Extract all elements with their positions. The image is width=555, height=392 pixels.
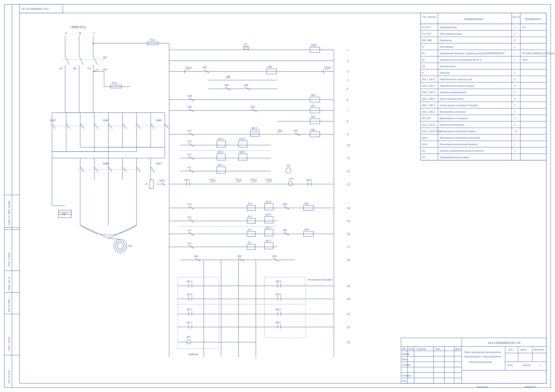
svg-text:Кол-
во: Кол- во (512, 16, 520, 18)
svg-text:SB3.1..SB3.2: SB3.1..SB3.2 (422, 111, 435, 113)
parts-table: Поз. обознач. Наименование Кол- во Приме… (421, 13, 555, 160)
svg-text:8: 8 (347, 120, 349, 123)
svg-text:Лист: Лист (507, 364, 513, 366)
svg-text:М1: М1 (422, 52, 425, 55)
svg-text:~380В 50Гц: ~380В 50Гц (69, 25, 86, 29)
svg-text:Реле промежуточные: Реле промежуточные (440, 33, 462, 35)
svg-text:SQ2.9: SQ2.9 (235, 178, 241, 181)
svg-text:Лист: Лист (408, 348, 414, 350)
svg-text:FU1,FU2: FU1,FU2 (422, 26, 431, 29)
svg-text:1: 1 (514, 65, 516, 68)
svg-text:Этажные переключатели: Этажные переключатели (440, 91, 467, 93)
svg-text:1: 1 (514, 59, 516, 61)
svg-text:SQ4.1: SQ4.1 (422, 137, 428, 139)
svg-text:КМ5: КМ5 (311, 94, 315, 96)
svg-text:8: 8 (514, 78, 516, 81)
svg-text:SA3.2: SA3.2 (265, 227, 271, 229)
svg-text:2: 2 (514, 26, 516, 29)
svg-rect-1 (20, 13, 546, 383)
svg-rect-352 (401, 338, 546, 383)
svg-text:Масштаб: Масштаб (534, 349, 544, 351)
svg-point-110 (114, 239, 127, 252)
svg-text:15: 15 (347, 219, 350, 223)
svg-text:Кабина: Кабина (189, 353, 198, 356)
svg-text:1: 1 (514, 72, 516, 74)
svg-text:SA3.9: SA3.9 (265, 200, 271, 203)
svg-text:КМ7: КМ7 (156, 162, 162, 165)
svg-text:Утв.: Утв. (402, 380, 407, 382)
svg-text:16: 16 (347, 232, 350, 236)
svg-text:КМ8: КМ8 (244, 84, 248, 86)
svg-point-42 (93, 43, 94, 44)
svg-text:SB2.1: SB2.1 (275, 321, 281, 324)
svg-rect-202 (264, 217, 273, 223)
svg-text:1: 1 (514, 156, 516, 158)
svg-rect-97 (150, 180, 153, 188)
svg-text:Схема принципиальная: Схема принципиальная (468, 361, 492, 363)
svg-text:11: 11 (347, 157, 350, 160)
svg-text:КМ5: КМ5 (188, 106, 192, 108)
svg-text:КМ5: КМ5 (224, 84, 229, 86)
svg-text:Выключатель от давления: Выключатель от давления (440, 117, 468, 120)
svg-text:Конечный выключатель: Конечный выключатель (440, 124, 464, 126)
svg-text:2: 2 (347, 59, 349, 62)
svg-text:КМ1: КМ1 (311, 43, 317, 47)
svg-text:Инв. № дубл.: Инв. № дубл. (8, 299, 10, 312)
svg-text:R: R (145, 183, 147, 186)
svg-text:КМ2: КМ2 (203, 66, 207, 69)
svg-text:2: 2 (514, 124, 516, 126)
svg-text:18: 18 (347, 258, 350, 262)
svg-text:13: 13 (347, 183, 350, 186)
svg-text:9: 9 (514, 91, 516, 93)
svg-text:SQ2.1..SQ2.9,SQ3: SQ2.1..SQ2.9,SQ3 (422, 130, 440, 133)
svg-text:KL8: KL8 (248, 215, 252, 218)
svg-text:КМ8: КМ8 (103, 162, 109, 165)
svg-rect-150 (250, 130, 259, 136)
svg-text:1: 1 (540, 364, 541, 366)
svg-text:KL1: KL1 (188, 166, 191, 169)
svg-text:SB1.9: SB1.9 (186, 280, 192, 283)
svg-rect-161 (239, 141, 247, 147)
svg-text:SB3.2: SB3.2 (306, 179, 312, 181)
svg-text:Разъединитель: Разъединитель (440, 65, 456, 68)
svg-text:Взам. инв. №: Взам. инв. № (8, 277, 10, 290)
svg-text:Подп.: Подп. (435, 348, 441, 350)
svg-text:Подп. и дата: Подп. и дата (8, 253, 10, 266)
svg-text:QF: QF (422, 59, 425, 61)
svg-text:Дата: Дата (455, 348, 461, 350)
svg-text:Копировал: Копировал (477, 386, 488, 388)
svg-rect-232 (178, 277, 219, 349)
svg-text:SQ2.1: SQ2.1 (209, 178, 215, 181)
svg-text:Контакт выключателя большой ск: Контакт выключателя большой скорости (440, 150, 484, 152)
svg-text:KL2: KL2 (248, 228, 252, 231)
svg-text:KL2: KL2 (188, 229, 191, 232)
svg-text:SA1.8: SA1.8 (218, 138, 224, 140)
svg-text:SB1.1..SB1.9: SB1.1..SB1.9 (422, 98, 435, 100)
svg-text:SB1.2: SB1.2 (186, 308, 192, 311)
svg-text:Наименование: Наименование (464, 17, 483, 21)
svg-text:SB2.1..SB2.9: SB2.1..SB2.9 (422, 104, 435, 107)
svg-rect-159 (217, 141, 226, 147)
svg-text:Кнопки вызова в кабине: Кнопки вызова в кабине (440, 98, 464, 100)
schematic-drawing: ЕЕ 100.000000000 ХХхХ Перв. примен. Спра… (0, 0, 555, 392)
svg-text:SA2.2: SA2.2 (239, 151, 245, 153)
svg-text:R: R (422, 72, 424, 74)
svg-text:20: 20 (347, 297, 350, 301)
title-block: ХхХХ.00000000.001 Э3 Изм. Лист № Докум. … (401, 338, 546, 383)
svg-text:14: 14 (347, 207, 350, 210)
svg-point-112 (117, 243, 123, 249)
svg-text:КМ4: КМ4 (304, 228, 309, 231)
svg-text:SA2.9: SA2.9 (251, 127, 257, 129)
svg-text:Лит.: Лит. (508, 349, 513, 351)
svg-text:Примечание: Примечание (525, 17, 541, 21)
svg-text:100 А: 100 А (522, 59, 528, 61)
svg-text:17: 17 (347, 245, 350, 249)
svg-text:Н.контр.: Н.контр. (402, 374, 411, 377)
svg-text:КТ: КТ (422, 46, 425, 48)
svg-text:SA1.1..SA1.8: SA1.1..SA1.8 (422, 78, 435, 81)
svg-text:КМ8: КМ8 (311, 129, 315, 131)
svg-text:QF: QF (103, 56, 107, 59)
svg-text:КМ4: КМ4 (272, 255, 277, 257)
svg-text:SR: SR (226, 75, 230, 78)
svg-text:Подп. и дата: Подп. и дата (8, 337, 10, 351)
